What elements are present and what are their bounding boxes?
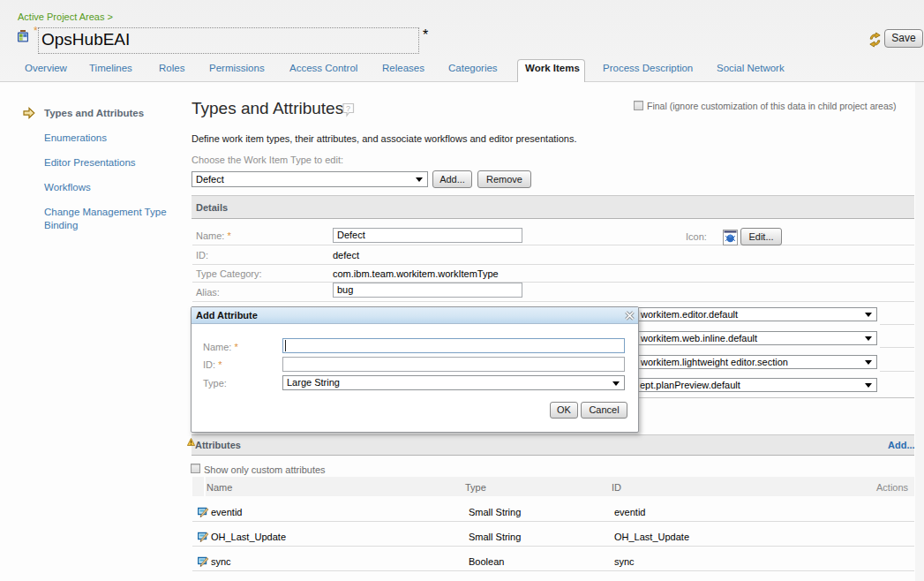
svg-text:?: ? — [346, 104, 350, 113]
